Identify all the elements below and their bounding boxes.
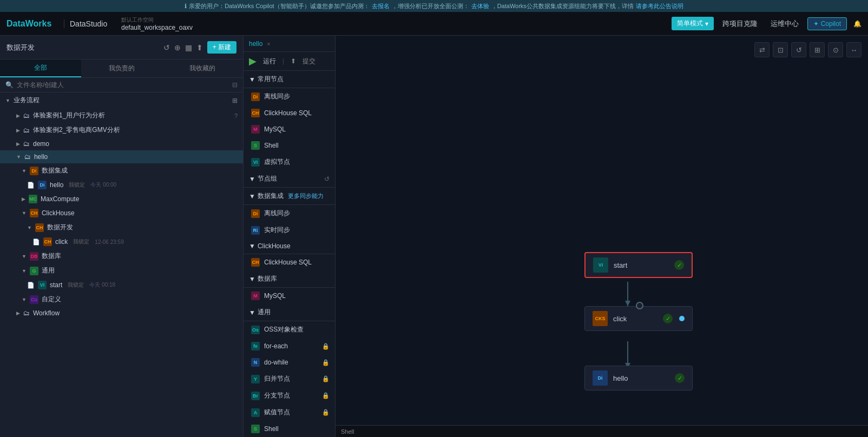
search-bar: 🔍 ⊟ [0,78,243,92]
filter-icon[interactable]: ⊟ [232,81,238,89]
node-section-data-int-header[interactable]: ▼ 数据集成 更多同步能力 [244,188,335,205]
node-item-merge[interactable]: Y 归并节点 🔒 [244,370,335,387]
node-item-assign[interactable]: A 赋值节点 🔒 [244,404,335,421]
close-icon[interactable]: × [267,41,270,47]
clickhouse-sql-icon: CH [251,109,260,117]
nav-ops-center[interactable]: 运维中心 [771,19,799,29]
mode-button[interactable]: 简单模式 ▾ [672,17,714,30]
nav-links: 跨项目克隆 运维中心 [722,19,799,29]
node-item-oss[interactable]: Os OSS对象检查 [244,321,335,338]
run-button[interactable]: ▶ [249,55,257,67]
tree-section-workflow[interactable]: ▼ 业务流程 ⊞ [0,92,243,108]
node-section-common-header[interactable]: ▼ 常用节点 [244,71,335,88]
tree-item-custom[interactable]: ▼ Cu 自定义 [0,292,243,307]
item-label: ClickHouse SQL [264,109,312,117]
tree-item-clickhouse[interactable]: ▼ CH ClickHouse [0,206,243,220]
select-icon[interactable]: ⊡ [773,42,788,57]
tree-item-case2[interactable]: ▶ 🗂 体验案例2_零售电商GMV分析 [0,123,243,137]
node-item-offline-sync1[interactable]: Di 离线同步 [244,88,335,105]
search-icon: 🔍 [5,81,14,89]
wf-node-start[interactable]: VI start ✓ [584,252,693,278]
item-label: 离线同步 [264,209,290,218]
more-sync-label[interactable]: 更多同步能力 [288,192,324,200]
refresh-icon[interactable]: ↺ [163,43,170,52]
node-item-clickhouse-sql2[interactable]: CH ClickHouse SQL [244,254,335,270]
node-item-branch[interactable]: Br 分支节点 🔒 [244,387,335,404]
tree-item-click-file[interactable]: 📄 CH click 我锁定 12-06 23:59 [0,235,243,249]
node-section-db-header[interactable]: ▼ 数据库 [244,270,335,288]
editor-tab-hello[interactable]: hello × [249,40,271,48]
tab-favorites[interactable]: 我收藏的 [162,59,243,77]
bell-icon[interactable]: 🔔 [853,20,862,28]
offline-sync-icon2: Di [251,209,260,218]
mysql-icon2: M [251,292,260,300]
swap-icon[interactable]: ⇄ [754,42,770,57]
node-item-for-each[interactable]: fe for-each 🔒 [244,338,335,354]
add-folder-icon[interactable]: ⊕ [174,43,181,52]
workspace-name: default_workspace_oaxv [121,24,663,31]
node-item-shell1[interactable]: S Shell [244,137,335,154]
node-item-mysql1[interactable]: M MySQL [244,121,335,137]
expand-arrow: ▼ [5,98,10,103]
click-file-icon: CH [43,237,52,246]
node-item-realtime-sync[interactable]: Ri 实时同步 [244,222,335,239]
node-item-mysql2[interactable]: M MySQL [244,288,335,304]
export-icon[interactable]: ⬆ [196,43,203,52]
tree-item-database[interactable]: ▼ DB 数据库 [0,249,243,263]
fit-icon[interactable]: ⊙ [828,42,843,57]
node-section-group-header[interactable]: ▼ 节点组 ↺ [244,170,335,188]
node-item-do-while[interactable]: N do-while 🔒 [244,354,335,370]
banner-info-icon: ℹ [185,3,187,10]
nav-cross-project[interactable]: 跨项目克隆 [722,19,758,29]
copilot-button[interactable]: ✦ Copilot [807,17,847,30]
tab-mine[interactable]: 我负责的 [81,59,162,77]
search-input[interactable] [17,81,229,89]
banner-link2[interactable]: 去体验 [471,2,489,10]
refresh-icon[interactable]: ↺ [324,175,330,183]
node-section-clickhouse-header[interactable]: ▼ ClickHouse [244,239,335,254]
item-label: hello [50,181,63,189]
node-item-clickhouse-sql1[interactable]: CH ClickHouse SQL [244,105,335,121]
zoom-icon[interactable]: ↔ [846,42,862,57]
item-label: MaxCompute [41,195,79,203]
tree-item-data-integration[interactable]: ▼ Di 数据集成 [0,163,243,178]
chevron-icon: ▼ [249,193,255,200]
new-button[interactable]: + 新建 [207,41,236,54]
node-item-shell2[interactable]: S Shell [244,421,335,437]
template-icon[interactable]: ▦ [185,43,192,52]
section-label: ClickHouse [258,242,291,250]
tab-all[interactable]: 全部 [0,59,81,77]
hello-node-label: hello [613,374,669,382]
wf-node-click[interactable]: CKS click ✓ [584,306,693,331]
node-section-general-header[interactable]: ▼ 通用 [244,304,335,321]
node-item-virtual1[interactable]: VI 虚拟节点 [244,154,335,170]
item-label: 实时同步 [264,226,290,235]
panel-header: 数据开发 ↺ ⊕ ▦ ⬆ + 新建 [0,36,243,59]
tree-item-data-dev[interactable]: ▼ CH 数据开发 [0,220,243,235]
general-icon: G [30,267,38,275]
tree-item-hello[interactable]: ▼ 🗂 hello [0,150,243,163]
node-panel: hello × ▶ 运行 | ⬆ 提交 ▼ 常用节点 Di 离线同步 CH Cl… [244,36,336,437]
wf-node-hello[interactable]: Di hello ✓ [584,366,693,390]
tree-item-demo[interactable]: ▶ 🗂 demo [0,137,243,150]
tab-bar: 全部 我负责的 我收藏的 [0,59,243,78]
item-label: 数据集成 [42,166,68,175]
banner-text2: ，增强分析已开放全面公测： [392,2,469,10]
tree-item-case1[interactable]: ▶ 🗂 体验案例1_用户行为分析 ? [0,108,243,123]
expand-arrow: ▶ [22,196,25,202]
refresh-canvas-icon[interactable]: ↺ [791,42,806,57]
canvas-area: ⇄ ⊡ ↺ ⊞ ⊙ ↔ VI start ✓ CKS click [336,36,868,437]
tree-item-start-file[interactable]: 📄 VI start 我锁定 今天 00:18 [0,278,243,292]
tree-item-hello-file[interactable]: 📄 Di hello 我锁定 今天 00:00 [0,178,243,192]
lock-icon: 🔒 [322,359,330,366]
tree-item-maxcompute[interactable]: ▶ MC MaxCompute [0,192,243,206]
node-item-offline-sync2[interactable]: Di 离线同步 [244,205,335,222]
tree-item-general[interactable]: ▼ G 通用 [0,263,243,278]
banner-link3[interactable]: 请参考此公告说明 [636,2,683,10]
grid-view-icon[interactable]: ⊞ [810,42,825,57]
submit-icon: ⬆ [291,57,296,65]
banner-link1[interactable]: 去报名 [372,2,390,10]
chevron-down-icon: ▾ [705,20,708,28]
tree-item-workflow[interactable]: ▶ 🗂 Workflow [0,307,243,320]
realtime-sync-icon: Ri [251,226,260,235]
